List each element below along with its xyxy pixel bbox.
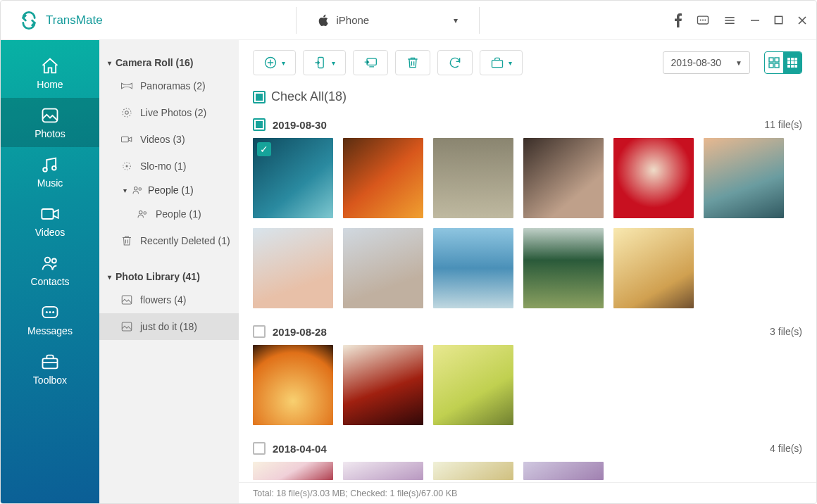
view-large-grid[interactable] bbox=[765, 52, 783, 73]
video-icon bbox=[120, 133, 133, 146]
nav-music[interactable]: Music bbox=[1, 147, 99, 196]
svg-point-6 bbox=[43, 168, 47, 172]
tree-videos[interactable]: Videos (3) bbox=[99, 126, 239, 153]
svg-point-9 bbox=[45, 258, 50, 263]
nav-toolbox[interactable]: Toolbox bbox=[1, 344, 99, 393]
nav-label: Home bbox=[37, 79, 63, 90]
home-icon bbox=[40, 56, 60, 76]
photo-thumbnail[interactable] bbox=[433, 462, 513, 480]
primary-nav: Home Photos Music Videos Contacts Messag… bbox=[1, 40, 99, 503]
photo-scroll-area[interactable]: 2019-08-30 11 file(s) ✓ 2019-08-28 bbox=[239, 114, 816, 482]
contacts-icon bbox=[40, 253, 60, 273]
date-filter-value: 2019-08-30 bbox=[671, 57, 721, 68]
refresh-button[interactable] bbox=[437, 50, 473, 75]
group-count: 4 file(s) bbox=[770, 443, 802, 454]
check-icon: ✓ bbox=[257, 142, 271, 156]
export-to-pc-button[interactable] bbox=[353, 50, 388, 75]
tree-label: Camera Roll (16) bbox=[116, 57, 193, 68]
tree-live-photos[interactable]: Live Photos (2) bbox=[99, 99, 239, 126]
device-selector[interactable]: iPhone ▾ bbox=[296, 7, 480, 34]
date-group-header[interactable]: 2019-08-30 11 file(s) bbox=[253, 114, 802, 138]
photo-thumbnail[interactable] bbox=[613, 138, 694, 218]
group-date: 2019-08-30 bbox=[273, 119, 327, 131]
caret-down-icon: ▼ bbox=[735, 59, 742, 67]
add-button[interactable]: ▾ bbox=[253, 50, 296, 75]
nav-label: Toolbox bbox=[33, 374, 67, 386]
view-small-grid[interactable] bbox=[783, 52, 802, 73]
export-to-device-button[interactable]: ▾ bbox=[303, 50, 346, 75]
caret-down-icon: ▾ bbox=[123, 187, 127, 194]
svg-rect-4 bbox=[775, 16, 782, 23]
minimize-icon[interactable] bbox=[749, 15, 761, 26]
photo-thumbnail[interactable] bbox=[433, 138, 513, 218]
tree-flowers[interactable]: flowers (4) bbox=[99, 286, 239, 313]
photo-thumbnail[interactable] bbox=[704, 138, 784, 218]
photo-thumbnail[interactable] bbox=[613, 228, 694, 308]
nav-home[interactable]: Home bbox=[1, 49, 99, 98]
tree-panoramas[interactable]: Panoramas (2) bbox=[99, 73, 239, 99]
nav-videos[interactable]: Videos bbox=[1, 196, 99, 246]
svg-rect-31 bbox=[769, 58, 773, 62]
tree-people-child[interactable]: People (1) bbox=[115, 201, 239, 227]
group-checkbox[interactable] bbox=[253, 325, 266, 338]
nav-messages[interactable]: Messages bbox=[1, 295, 99, 344]
tree-people[interactable]: ▾ People (1) bbox=[115, 179, 239, 201]
photo-thumbnail[interactable] bbox=[253, 228, 333, 308]
tree-photo-library[interactable]: ▾ Photo Library (41) bbox=[99, 267, 239, 286]
tree-label: Slo-mo (1) bbox=[140, 160, 186, 172]
photo-thumbnail[interactable] bbox=[253, 462, 333, 480]
svg-point-2 bbox=[702, 19, 704, 20]
nav-photos[interactable]: Photos bbox=[1, 98, 99, 147]
tree-label: Recently Deleted (1) bbox=[140, 235, 230, 246]
photo-thumbnail[interactable] bbox=[343, 345, 423, 425]
date-filter-dropdown[interactable]: 2019-08-30 ▼ bbox=[663, 51, 750, 74]
facebook-icon[interactable] bbox=[673, 13, 683, 27]
tree-recently-deleted[interactable]: Recently Deleted (1) bbox=[99, 227, 239, 254]
group-date: 2018-04-04 bbox=[273, 443, 327, 455]
tree-just-do-it[interactable]: just do it (18) bbox=[99, 313, 239, 340]
tree-slomo[interactable]: Slo-mo (1) bbox=[99, 153, 239, 179]
photo-thumbnail[interactable] bbox=[343, 228, 423, 308]
caret-down-icon: ▾ bbox=[108, 273, 111, 281]
svg-rect-25 bbox=[122, 296, 132, 304]
photo-thumbnail[interactable] bbox=[343, 138, 423, 218]
nav-contacts[interactable]: Contacts bbox=[1, 246, 99, 295]
group-checkbox[interactable] bbox=[253, 442, 266, 455]
tree-label: just do it (18) bbox=[140, 321, 197, 332]
maximize-icon[interactable] bbox=[773, 15, 784, 25]
photo-thumbnail[interactable]: ✓ bbox=[253, 138, 333, 218]
export-pc-icon bbox=[363, 56, 378, 70]
svg-rect-30 bbox=[492, 61, 503, 68]
photo-thumbnail[interactable] bbox=[433, 345, 513, 425]
menu-icon[interactable] bbox=[723, 13, 737, 27]
close-icon[interactable] bbox=[797, 15, 808, 26]
photo-thumbnail[interactable] bbox=[253, 345, 333, 425]
messages-icon bbox=[40, 303, 60, 322]
date-group-header[interactable]: 2018-04-04 4 file(s) bbox=[253, 438, 802, 462]
svg-rect-39 bbox=[791, 61, 794, 64]
photo-thumbnail[interactable] bbox=[343, 462, 423, 480]
photo-thumbnail[interactable] bbox=[433, 228, 513, 308]
app-name: TransMate bbox=[46, 13, 103, 27]
folder-button[interactable]: ▾ bbox=[480, 50, 523, 75]
svg-rect-5 bbox=[43, 109, 58, 122]
svg-rect-18 bbox=[122, 137, 129, 142]
tree-camera-roll[interactable]: ▾ Camera Roll (16) bbox=[99, 53, 239, 73]
svg-rect-40 bbox=[794, 61, 797, 64]
check-all-checkbox[interactable] bbox=[253, 91, 266, 103]
photo-thumbnail[interactable] bbox=[523, 228, 604, 308]
svg-point-21 bbox=[135, 187, 138, 191]
svg-point-7 bbox=[52, 166, 56, 170]
date-group-header[interactable]: 2019-08-28 3 file(s) bbox=[253, 321, 802, 345]
image-icon bbox=[120, 294, 133, 306]
grid-large-icon bbox=[768, 57, 780, 68]
feedback-icon[interactable] bbox=[696, 13, 710, 27]
photo-thumbnail[interactable] bbox=[523, 462, 604, 480]
content-toolbar: ▾ ▾ ▾ 2019-08-30 ▼ bbox=[239, 40, 816, 85]
plus-circle-icon bbox=[263, 56, 277, 70]
photo-thumbnail[interactable] bbox=[523, 138, 604, 218]
tree-label: People (1) bbox=[148, 184, 194, 196]
delete-button[interactable] bbox=[395, 50, 430, 75]
group-checkbox[interactable] bbox=[253, 118, 266, 131]
status-bar: Total: 18 file(s)/3.03 MB; Checked: 1 fi… bbox=[239, 482, 816, 503]
